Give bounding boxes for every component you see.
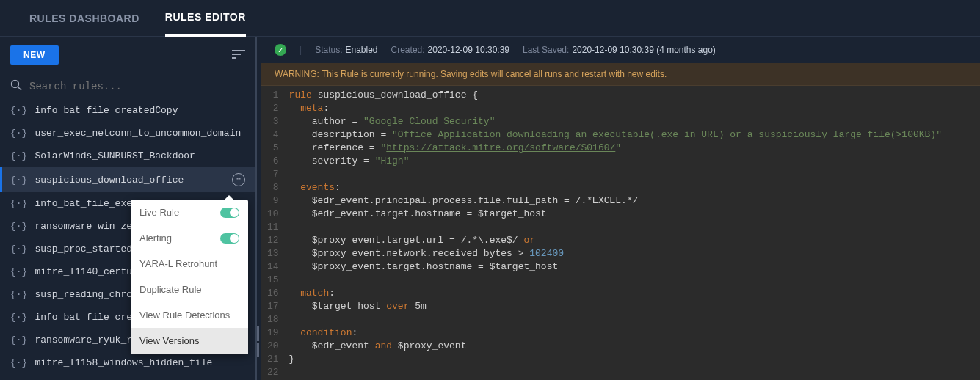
code-content[interactable]: rule suspicious_download_office { meta: … (289, 86, 980, 380)
search-row (0, 73, 255, 99)
rule-name: info_bat_file_cre (35, 312, 132, 323)
rule-name: susp_reading_chro (35, 289, 132, 300)
rule-name: suspicious_download_office (35, 175, 184, 186)
rule-name: susp_proc_started (35, 244, 132, 255)
rule-icon: {·} (10, 198, 27, 209)
rule-name: ransomware_ryuk_r (35, 335, 132, 346)
created-value: 2020-12-09 10:30:39 (428, 45, 509, 55)
rule-name: ransomware_win_ze (35, 221, 132, 232)
menu-detections[interactable]: View Rule Detections (131, 302, 248, 328)
sort-icon[interactable] (232, 50, 245, 61)
sidebar: NEW {·}info_bat_file_createdCopy{·}user_… (0, 37, 257, 380)
rule-item[interactable]: {·}info_bat_file_createdCopy (0, 99, 255, 122)
status-ok-icon: ✓ (275, 44, 286, 56)
tabs-bar: RULES DASHBOARD RULES EDITOR (0, 0, 980, 37)
rule-icon: {·} (10, 105, 27, 116)
menu-live-rule[interactable]: Live Rule (131, 200, 248, 225)
tab-dashboard[interactable]: RULES DASHBOARD (29, 1, 139, 36)
rule-icon: {·} (10, 244, 27, 255)
rule-icon: {·} (10, 150, 27, 161)
rule-item[interactable]: {·}suspicious_download_office⋯ (0, 167, 255, 192)
svg-line-1 (18, 87, 22, 91)
menu-retrohunt[interactable]: YARA-L Retrohunt (131, 251, 248, 277)
search-icon (10, 79, 29, 93)
rule-icon: {·} (10, 335, 27, 346)
status-label: Status: (315, 45, 342, 55)
alerting-toggle[interactable] (220, 233, 239, 244)
menu-versions[interactable]: View Versions (131, 328, 248, 354)
rule-icon: {·} (10, 312, 27, 323)
rule-icon: {·} (10, 289, 27, 300)
new-rule-button[interactable]: NEW (10, 45, 59, 65)
rule-name: user_exec_netconn_to_uncommon_domain (35, 128, 241, 139)
rule-icon: {·} (10, 128, 27, 139)
rule-name: mitre_T1140_certu (35, 266, 132, 277)
menu-live-rule-label: Live Rule (139, 207, 179, 218)
code-editor[interactable]: 12345678910111213141516171819202122 rule… (261, 86, 980, 380)
tab-editor[interactable]: RULES EDITOR (165, 0, 246, 37)
menu-alerting-label: Alerting (139, 233, 172, 244)
editor-pane: ✓ | Status:Enabled Created:2020-12-09 10… (261, 37, 980, 380)
status-bar: ✓ | Status:Enabled Created:2020-12-09 10… (261, 37, 980, 63)
menu-alerting[interactable]: Alerting (131, 225, 248, 251)
rule-icon: {·} (10, 221, 27, 232)
rule-icon: {·} (10, 175, 27, 186)
rule-name: mitre_T1158_windows_hidden_file (35, 357, 212, 368)
search-input[interactable] (29, 81, 245, 92)
saved-value: 2020-12-09 10:30:39 (4 months ago) (572, 45, 715, 55)
rule-item[interactable]: {·}SolarWinds_SUNBURST_Backdoor (0, 145, 255, 167)
rule-item[interactable]: {·}user_exec_netconn_to_uncommon_domain (0, 122, 255, 145)
line-gutter: 12345678910111213141516171819202122 (261, 86, 289, 380)
svg-point-0 (12, 81, 19, 88)
rule-item[interactable]: {·}mitre_T1158_windows_hidden_file (0, 351, 255, 374)
rule-name: SolarWinds_SUNBURST_Backdoor (35, 150, 195, 161)
live-rule-toggle[interactable] (220, 208, 239, 218)
rule-icon: {·} (10, 266, 27, 277)
rule-name: info_bat_file_exe (35, 198, 132, 209)
rule-name: info_bat_file_createdCopy (35, 105, 178, 116)
warning-banner: WARNING: This Rule is currently running.… (261, 63, 980, 86)
rule-icon: {·} (10, 357, 27, 368)
saved-label: Last Saved: (523, 45, 569, 55)
created-label: Created: (391, 45, 425, 55)
menu-duplicate[interactable]: Duplicate Rule (131, 277, 248, 302)
status-value: Enabled (345, 45, 377, 55)
rule-context-menu: Live Rule Alerting YARA-L Retrohunt Dupl… (131, 200, 248, 354)
more-icon[interactable]: ⋯ (232, 173, 245, 186)
